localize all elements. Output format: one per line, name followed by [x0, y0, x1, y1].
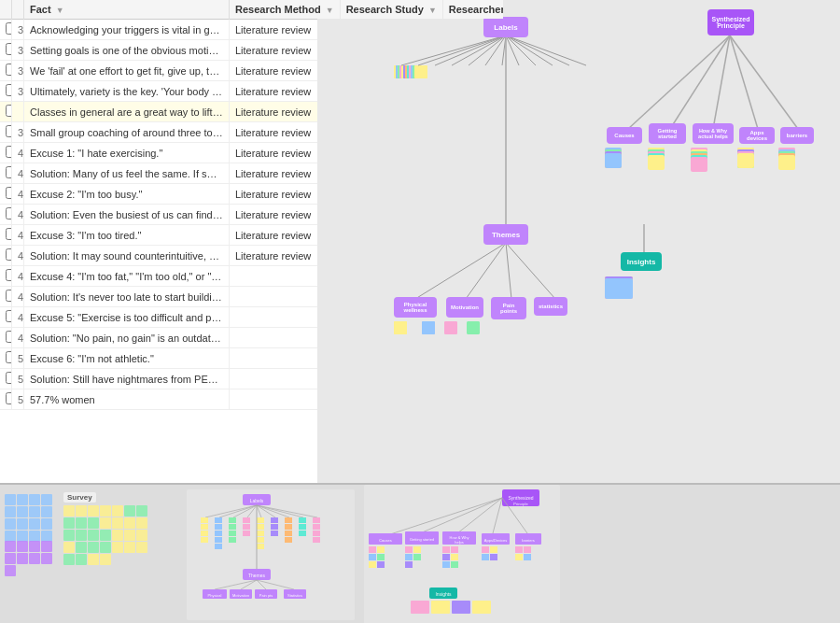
row-fact[interactable]: Solution: It's never too late to start b… [24, 287, 230, 307]
mini-sticky[interactable] [100, 530, 111, 541]
row-fact[interactable]: Ultimately, variety is the key. 'Your bo… [24, 81, 230, 102]
mini-sticky[interactable] [5, 494, 16, 505]
row-checkbox[interactable] [6, 248, 12, 261]
mini-sticky[interactable] [41, 553, 52, 564]
getting-started-node[interactable]: Getting started [649, 123, 686, 144]
mini-sticky[interactable] [88, 554, 99, 565]
sticky-note[interactable] [648, 155, 665, 170]
mini-sticky[interactable] [76, 505, 87, 517]
mini-sticky[interactable] [112, 530, 123, 541]
row-fact[interactable]: Solution: Even the busiest of us can fin… [24, 205, 230, 225]
synthesized-node[interactable]: Synthesized Principle [707, 9, 754, 35]
mini-sticky[interactable] [112, 505, 123, 517]
insight-sticky[interactable] [605, 278, 633, 299]
row-checkbox[interactable] [6, 125, 12, 137]
row-fact[interactable]: Setting goals is one of the obvious moti… [24, 40, 230, 61]
row-fact[interactable]: Excuse 1: "I hate exercising." [24, 143, 230, 163]
row-fact[interactable]: Small group coaching of around three to … [24, 122, 230, 143]
mini-sticky[interactable] [5, 541, 16, 552]
mini-sticky[interactable] [100, 554, 111, 565]
mini-sticky[interactable] [29, 518, 40, 530]
row-checkbox[interactable] [6, 228, 12, 240]
themes-node[interactable]: Themes [483, 224, 528, 245]
row-fact[interactable]: Solution: Still have nightmares from PE?… [24, 369, 230, 389]
mini-sticky[interactable] [29, 553, 40, 564]
mini-sticky[interactable] [5, 565, 16, 576]
study-column-header[interactable]: Research Study ▼ [340, 0, 442, 20]
mini-sticky[interactable] [124, 517, 135, 529]
sticky-note[interactable] [778, 155, 795, 170]
row-checkbox[interactable] [6, 105, 12, 117]
row-checkbox[interactable] [6, 146, 12, 158]
mini-sticky[interactable] [63, 542, 75, 553]
causes-node[interactable]: Causes [607, 127, 642, 144]
mini-sticky[interactable] [88, 530, 99, 541]
mini-sticky[interactable] [136, 517, 147, 529]
fact-column-header[interactable]: Fact ▼ [24, 0, 230, 20]
mini-sticky[interactable] [41, 494, 52, 505]
row-fact[interactable]: Classes in general are a great way to li… [24, 102, 230, 122]
mini-sticky[interactable] [100, 517, 111, 529]
mini-sticky[interactable] [100, 505, 111, 517]
row-checkbox[interactable] [6, 166, 12, 178]
sticky-note[interactable] [394, 321, 407, 334]
mini-sticky[interactable] [17, 506, 28, 517]
researcher-column-header[interactable]: Researcher ▼ [442, 0, 504, 20]
row-fact[interactable]: Solution: It may sound counterintuitive,… [24, 246, 230, 266]
sticky-note[interactable] [691, 157, 707, 172]
row-fact[interactable]: Acknowledging your triggers is vital in … [24, 20, 230, 40]
mini-sticky[interactable] [41, 541, 52, 552]
row-checkbox[interactable] [6, 310, 12, 322]
row-checkbox[interactable] [6, 372, 12, 384]
sticky-note[interactable] [444, 321, 457, 334]
row-checkbox[interactable] [6, 187, 12, 199]
mini-sticky[interactable] [29, 541, 40, 552]
mini-sticky[interactable] [124, 505, 135, 517]
mini-sticky[interactable] [63, 517, 75, 529]
mini-sticky[interactable] [136, 505, 147, 517]
sticky-note[interactable] [414, 65, 427, 78]
mini-sticky[interactable] [88, 517, 99, 529]
mini-sticky[interactable] [88, 542, 99, 553]
mini-sticky[interactable] [124, 542, 135, 553]
row-fact[interactable]: Excuse 5: "Exercise is too difficult and… [24, 307, 230, 328]
sticky-note[interactable] [467, 321, 480, 334]
physical-wellness-node[interactable]: Physical wellness [394, 297, 437, 318]
row-checkbox[interactable] [6, 290, 12, 302]
how-why-node[interactable]: How & Why actual helps [693, 123, 734, 144]
row-checkbox[interactable] [6, 269, 12, 281]
row-fact[interactable]: Excuse 6: "I'm not athletic." [24, 348, 230, 369]
mini-sticky[interactable] [100, 542, 111, 553]
row-checkbox[interactable] [6, 207, 12, 219]
row-checkbox[interactable] [6, 392, 12, 404]
mini-sticky[interactable] [76, 530, 87, 541]
mini-sticky[interactable] [17, 553, 28, 564]
mini-sticky[interactable] [63, 505, 75, 517]
mini-sticky[interactable] [29, 506, 40, 517]
mini-sticky[interactable] [63, 530, 75, 541]
insights-node[interactable]: Insights [621, 252, 662, 271]
statistics-node[interactable]: statistics [534, 297, 567, 316]
mini-sticky[interactable] [41, 506, 52, 517]
sticky-note[interactable] [422, 321, 435, 334]
method-column-header[interactable]: Research Method ▼ [230, 0, 341, 20]
mini-sticky[interactable] [112, 517, 123, 529]
row-checkbox[interactable] [6, 84, 12, 96]
mini-sticky[interactable] [88, 505, 99, 517]
mini-sticky[interactable] [17, 541, 28, 552]
mini-sticky[interactable] [63, 554, 75, 565]
row-fact[interactable]: Solution: "No pain, no gain" is an outda… [24, 328, 230, 348]
mini-sticky[interactable] [76, 517, 87, 529]
row-fact[interactable]: We 'fail' at one effort to get fit, give… [24, 61, 230, 81]
mini-sticky[interactable] [5, 518, 16, 530]
sticky-note[interactable] [737, 153, 754, 168]
row-fact[interactable]: Solution: Many of us feel the same. If s… [24, 163, 230, 184]
row-fact[interactable]: Excuse 2: "I'm too busy." [24, 184, 230, 205]
row-checkbox[interactable] [6, 43, 12, 55]
mini-sticky[interactable] [5, 506, 16, 517]
mini-sticky[interactable] [17, 494, 28, 505]
mini-sticky[interactable] [124, 530, 135, 541]
motivation-node[interactable]: Motivation [446, 297, 483, 318]
mini-sticky[interactable] [136, 542, 147, 553]
row-checkbox[interactable] [6, 22, 12, 35]
